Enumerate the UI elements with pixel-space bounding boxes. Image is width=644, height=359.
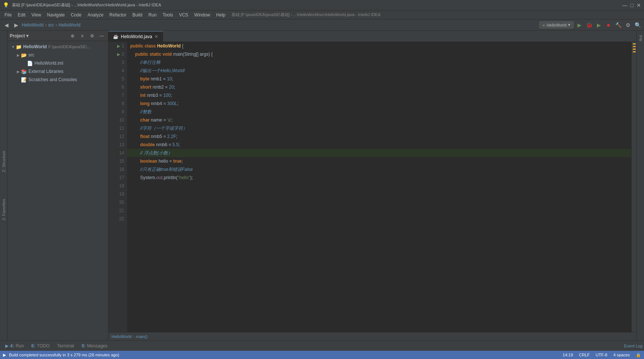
expand-arrow-ext-icon: ▶ xyxy=(16,70,21,74)
chevron-down-icon: ▾ xyxy=(568,22,570,27)
run-line-1-icon[interactable]: ▶ xyxy=(117,42,120,50)
code-line-7: int nmb3 = 100; xyxy=(127,91,631,99)
collapse-icon[interactable]: ≡ xyxy=(78,32,86,40)
line-num-18: 18 xyxy=(115,182,124,190)
edit-config-button[interactable]: ⚙ xyxy=(624,21,632,29)
code-line-12: float nmb5 = 2.2F; xyxy=(127,132,631,141)
tab-close-button[interactable]: ✕ xyxy=(154,34,158,39)
breadcrumb-method[interactable]: main() xyxy=(136,334,147,339)
line-ending[interactable]: CRLF xyxy=(579,353,590,357)
right-gutter xyxy=(631,42,637,332)
code-line-3: //单行注释 xyxy=(127,58,631,67)
menu-refactor[interactable]: Refactor xyxy=(107,12,129,18)
line-num-16: 16 xyxy=(115,165,124,174)
menu-analyze[interactable]: Analyze xyxy=(85,12,107,18)
maximize-button[interactable]: □ xyxy=(631,2,634,8)
line-num-7: 7 xyxy=(117,91,124,99)
menu-bar: File Edit View Navigate Code Analyze Ref… xyxy=(0,10,644,19)
line-num-6: 6 xyxy=(117,83,124,91)
code-line-9: //整数 xyxy=(127,108,631,116)
breadcrumb-src[interactable]: src xyxy=(48,22,54,28)
menu-vcs[interactable]: VCS xyxy=(176,12,191,18)
ant-label[interactable]: Ant xyxy=(637,34,644,43)
breadcrumb-class[interactable]: HelloWorld xyxy=(111,334,132,339)
gutter-marker-2 xyxy=(633,46,636,47)
scope-icon[interactable]: ⊕ xyxy=(68,32,77,40)
back-button[interactable]: ◀ xyxy=(2,21,10,29)
run-tab-num: 4: xyxy=(10,343,14,349)
editor-tab-helloworld[interactable]: ☕ HelloWorld.java ✕ xyxy=(108,31,163,42)
menu-build[interactable]: Build xyxy=(129,12,145,18)
code-line-13: double nmb6 = 5.5; xyxy=(127,141,631,149)
line-num-20: 20 xyxy=(115,198,124,206)
line-num-12: 12 xyxy=(115,132,124,141)
tree-item-helloworld[interactable]: ▼ 📁 HelloWorld F:\java\IDEA\javaSE\... xyxy=(7,43,108,51)
window-controls: — □ ✕ xyxy=(622,2,641,8)
run-config-selector[interactable]: ● HelloWorld ▾ xyxy=(539,21,574,28)
cursor-position[interactable]: 14:19 xyxy=(563,353,573,357)
menu-file[interactable]: File xyxy=(1,12,15,18)
run-tab-icon: ▶ xyxy=(5,343,9,349)
breadcrumb-helloworld[interactable]: HelloWorld xyxy=(22,22,43,28)
debug-button[interactable]: 🐞 xyxy=(585,21,593,29)
project-panel: Project ▾ ⊕ ≡ ⚙ — ▼ 📁 HelloWorld F:\java… xyxy=(7,31,108,340)
editor-area: ☕ HelloWorld.java ✕ ▶ 1 ▶ xyxy=(108,31,637,340)
menu-run[interactable]: Run xyxy=(145,12,160,18)
menu-view[interactable]: View xyxy=(28,12,44,18)
menu-help[interactable]: Help xyxy=(213,12,229,18)
settings-icon[interactable]: ⚙ xyxy=(88,32,96,40)
terminal-tab-label: Terminal xyxy=(57,343,74,349)
tree-item-ext-libraries[interactable]: ▶ 📚 External Libraries xyxy=(7,67,108,76)
run-line-2-icon[interactable]: ▶ xyxy=(117,50,120,58)
todo-tab[interactable]: 6: TODO xyxy=(28,343,53,349)
tree-item-src[interactable]: ▶ 📂 src xyxy=(7,51,108,59)
structure-panel-toggle[interactable]: Z: Structure xyxy=(1,148,7,174)
code-line-16: //只有正确true和错误False xyxy=(127,165,631,174)
todo-tab-num: 6: xyxy=(31,343,36,349)
menu-window[interactable]: Window xyxy=(191,12,213,18)
favorites-panel-toggle[interactable]: 2: Favorites xyxy=(1,197,7,223)
indent[interactable]: 4 spaces xyxy=(613,353,630,357)
project-panel-title: Project ▾ xyxy=(10,33,28,39)
build-button[interactable]: 🔨 xyxy=(614,21,622,29)
menu-navigate[interactable]: Navigate xyxy=(44,12,68,18)
close-button[interactable]: ✕ xyxy=(637,2,641,8)
messages-tab[interactable]: 0: Messages xyxy=(78,343,111,349)
editor-scroll[interactable]: ▶ 1 ▶ 2 3 4 5 6 7 8 9 1 xyxy=(108,42,631,332)
code-lines[interactable]: public class HelloWorld { public static … xyxy=(127,42,631,332)
minimize-button[interactable]: — xyxy=(622,2,628,8)
right-sidebar: Ant xyxy=(637,31,644,340)
status-bar: ▶ Build completed successfully in 3 s 27… xyxy=(0,351,644,359)
iml-file-icon: 📄 xyxy=(27,61,33,66)
run-tab[interactable]: ▶ 4: Run xyxy=(1,343,28,349)
stop-button[interactable]: ■ xyxy=(604,21,613,29)
run-button[interactable]: ▶ xyxy=(575,21,583,29)
menu-extra: 基础 [F:\java\IDEA\javaSE\基础] - ...\HelloW… xyxy=(231,12,381,18)
encoding[interactable]: UTF-8 xyxy=(596,353,607,357)
hide-icon[interactable]: — xyxy=(98,32,106,40)
run-with-coverage-button[interactable]: ▶ xyxy=(595,21,603,29)
title-bar: 💡 基础 [F:\java\IDEA\javaSE\基础] - ...\Hell… xyxy=(0,0,644,10)
event-log-btn[interactable]: Event Log xyxy=(624,343,643,349)
run-tab-label: Run xyxy=(16,343,24,349)
messages-tab-num: 0: xyxy=(82,343,86,349)
window-title: 基础 [F:\java\IDEA\javaSE\基础] - ...\HelloW… xyxy=(12,2,161,8)
terminal-tab[interactable]: Terminal xyxy=(53,343,78,349)
search-everywhere-button[interactable]: 🔍 xyxy=(634,21,642,29)
editor-content: ▶ 1 ▶ 2 3 4 5 6 7 8 9 1 xyxy=(108,42,631,332)
menu-edit[interactable]: Edit xyxy=(15,12,28,18)
code-line-4: //输出一个Hello,World! xyxy=(127,67,631,75)
code-line-2: public static void main(String[] args) { xyxy=(127,50,631,58)
java-file-icon: ☕ xyxy=(113,34,119,39)
lock-icon: 🔒 xyxy=(636,353,641,358)
gutter-marker-3 xyxy=(633,49,636,50)
tree-item-scratches[interactable]: 📝 Scratches and Consoles xyxy=(7,76,108,84)
forward-button[interactable]: ▶ xyxy=(12,21,20,29)
breadcrumb-file[interactable]: HelloWorld xyxy=(58,22,80,28)
menu-tools[interactable]: Tools xyxy=(160,12,176,18)
code-line-20 xyxy=(127,198,631,206)
nav-bar: ◀ ▶ HelloWorld › src › HelloWorld ● Hell… xyxy=(0,19,644,31)
tree-item-iml[interactable]: 📄 HelloWorld.iml xyxy=(7,59,108,67)
menu-code[interactable]: Code xyxy=(68,12,85,18)
line-num-9: 9 xyxy=(117,108,124,116)
